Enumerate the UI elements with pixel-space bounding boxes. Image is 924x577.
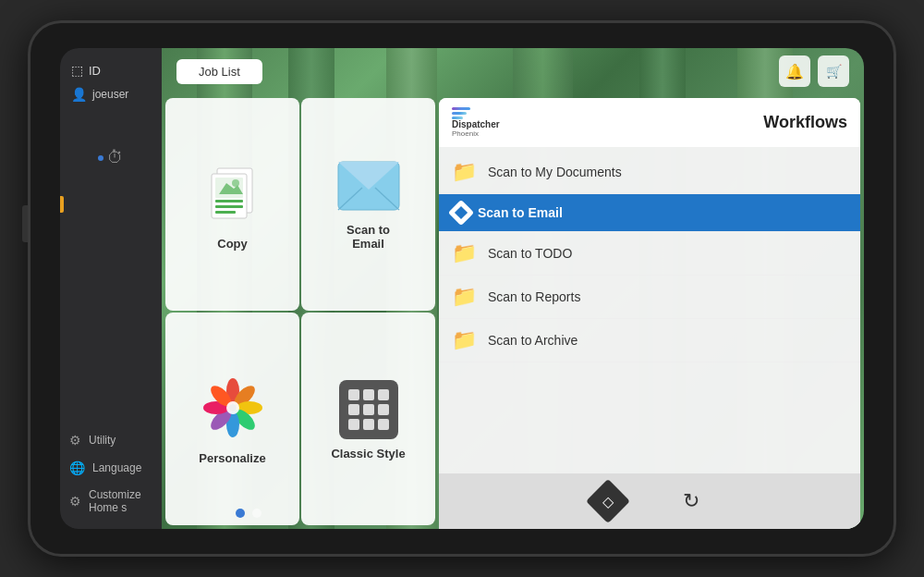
personalize-tile[interactable]: Personalize — [165, 313, 299, 525]
username-label: joeuser — [92, 88, 128, 101]
grid-and-panel: Copy Scan toEmail — [162, 94, 864, 529]
diamond-button: ◇ — [586, 479, 630, 523]
sidebar-accent — [60, 196, 64, 213]
workflow-item-label: Scan to My Documents — [488, 165, 622, 179]
refresh-icon: ↻ — [683, 489, 699, 513]
bell-icon: 🔔 — [785, 63, 804, 80]
svg-point-24 — [229, 404, 237, 411]
scan-to-email-tile[interactable]: Scan toEmail — [301, 98, 435, 311]
workflow-list: 📁 Scan to My Documents Scan to Email — [439, 147, 860, 473]
sidebar-timer: ⏱ — [60, 148, 162, 167]
dispatcher-logo: Dispatcher Phoenix — [452, 107, 500, 138]
side-button[interactable] — [22, 205, 28, 242]
app-grid: Copy Scan toEmail — [162, 94, 439, 529]
svg-rect-10 — [215, 211, 236, 214]
id-label: ID — [89, 64, 101, 78]
workflow-run-button[interactable]: ◇ — [590, 483, 626, 520]
classic-style-icon — [339, 380, 398, 439]
language-label: Language — [92, 461, 141, 474]
pagination-dot-2[interactable] — [252, 509, 261, 518]
timer-dot — [98, 155, 103, 161]
workflows-panel: Dispatcher Phoenix Workflows 📁 Scan to M… — [439, 98, 860, 529]
brand-bottom: Phoenix — [452, 129, 479, 138]
personalize-icon — [201, 375, 265, 444]
header-bar: Job List 🔔 🛒 — [162, 48, 864, 94]
diamond-inner — [455, 206, 468, 219]
customize-icon: ⚙ — [69, 494, 81, 509]
folder-icon: 📁 — [452, 285, 477, 309]
workflows-header: Dispatcher Phoenix Workflows — [439, 98, 860, 147]
sidebar-bottom: ⚙ Utility 🌐 Language ⚙ Customize Home s — [60, 433, 162, 514]
personalize-label: Personalize — [199, 451, 265, 465]
main-content: Job List 🔔 🛒 — [162, 48, 864, 529]
workflow-item-label: Scan to Archive — [488, 333, 578, 348]
sidebar-item-utility[interactable]: ⚙ Utility — [69, 433, 152, 448]
workflow-item-scan-to-todo[interactable]: 📁 Scan to TODO — [439, 232, 860, 276]
folder-icon: 📁 — [452, 241, 477, 265]
workflow-item-label: Scan to Email — [478, 205, 563, 220]
sidebar-item-language[interactable]: 🌐 Language — [69, 460, 152, 475]
cart-button[interactable]: 🛒 — [818, 55, 849, 87]
copy-icon — [201, 161, 265, 229]
workflow-item-scan-to-my-documents[interactable]: 📁 Scan to My Documents — [439, 151, 860, 194]
folder-icon: 📁 — [452, 160, 477, 184]
sidebar-id-row: ⬚ ID — [71, 63, 151, 78]
utility-label: Utility — [89, 434, 116, 447]
customize-label: Customize Home s — [89, 488, 152, 514]
folder-icon: 📁 — [452, 328, 477, 352]
header-icons: 🔔 🛒 — [779, 55, 849, 87]
scan-to-email-label: Scan toEmail — [346, 223, 390, 251]
logo-bar-1 — [452, 107, 470, 110]
classic-style-tile[interactable]: Classic Style — [301, 313, 435, 525]
diamond-shape — [448, 200, 474, 226]
classic-style-label: Classic Style — [331, 447, 405, 460]
workflow-item-scan-to-email[interactable]: Scan to Email — [439, 194, 860, 232]
sidebar-top: ⬚ ID 👤 joeuser — [60, 63, 162, 102]
pagination-dots — [236, 509, 261, 518]
scan-to-email-icon — [336, 160, 401, 215]
job-list-button[interactable]: Job List — [176, 59, 262, 84]
user-icon: 👤 — [71, 87, 87, 102]
sidebar-item-customize[interactable]: ⚙ Customize Home s — [69, 488, 152, 514]
copy-label: Copy — [217, 237, 248, 251]
workflows-footer: ◇ ↻ — [439, 473, 860, 529]
pagination-dot-1[interactable] — [236, 509, 245, 518]
utility-icon: ⚙ — [69, 433, 81, 448]
logo-bars — [452, 107, 470, 119]
workflows-title: Workflows — [763, 113, 847, 132]
svg-point-7 — [232, 179, 239, 187]
cart-icon: 🛒 — [826, 64, 842, 79]
workflow-refresh-button[interactable]: ↻ — [673, 483, 710, 520]
logo-bar-2 — [452, 112, 467, 115]
device: ⬚ ID 👤 joeuser ⏱ ⚙ Utility 🌐 — [28, 20, 896, 557]
device-screen: ⬚ ID 👤 joeuser ⏱ ⚙ Utility 🌐 — [60, 48, 864, 529]
language-icon: 🌐 — [69, 460, 85, 475]
workflow-item-label: Scan to Reports — [488, 289, 580, 304]
brand-top: Dispatcher — [452, 119, 500, 129]
sidebar-user-row: 👤 joeuser — [71, 87, 151, 102]
login-icon: ⬚ — [71, 63, 83, 78]
workflow-item-scan-to-archive[interactable]: 📁 Scan to Archive — [439, 319, 860, 362]
diamond-icon: ◇ — [602, 493, 614, 510]
timer-icon: ⏱ — [107, 148, 124, 167]
copy-tile[interactable]: Copy — [165, 98, 299, 311]
active-diamond — [452, 203, 470, 222]
svg-rect-9 — [215, 205, 243, 208]
notification-button[interactable]: 🔔 — [779, 55, 810, 87]
workflow-item-label: Scan to TODO — [488, 246, 572, 261]
svg-rect-8 — [215, 200, 243, 203]
workflow-item-scan-to-reports[interactable]: 📁 Scan to Reports — [439, 276, 860, 319]
sidebar: ⬚ ID 👤 joeuser ⏱ ⚙ Utility 🌐 — [60, 48, 162, 529]
